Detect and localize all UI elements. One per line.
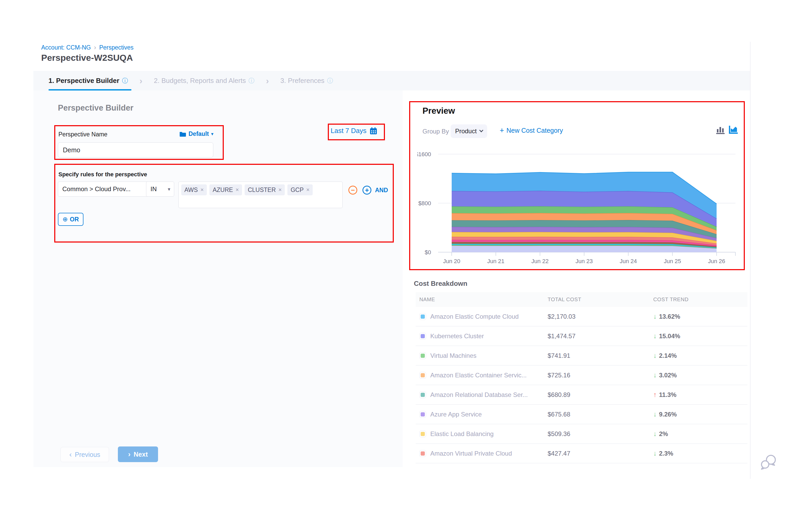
chevron-right-icon: ›: [266, 76, 269, 86]
svg-text:Jun 20: Jun 20: [443, 258, 460, 264]
tab-budgets-reports-alerts[interactable]: 2. Budgets, Reports and Alerts ⓘ: [154, 77, 254, 85]
close-icon[interactable]: ×: [279, 187, 282, 193]
perspective-name-input[interactable]: Demo: [58, 142, 213, 157]
remove-rule-button[interactable]: −: [348, 186, 357, 194]
area-chart-toggle-icon[interactable]: [728, 125, 739, 136]
table-row[interactable]: Elastic Load Balancing $509.36 ↓2%: [416, 424, 747, 444]
help-chat-icon[interactable]: [759, 453, 779, 472]
table-row[interactable]: Azure App Service $675.68 ↓9.26%: [416, 405, 747, 424]
trend-arrow-icon: ↓: [653, 410, 657, 418]
rules-section-label: Specify rules for the perspective: [58, 171, 147, 178]
trend-arrow-icon: ↓: [653, 371, 657, 379]
value-chip: AZURE ×: [209, 184, 242, 195]
series-swatch: [419, 352, 426, 359]
svg-text:Jun 26: Jun 26: [708, 258, 725, 264]
table-header: NAME TOTAL COST COST TREND: [416, 292, 747, 307]
series-swatch: [419, 392, 426, 398]
caret-down-icon: ▾: [211, 131, 213, 136]
series-swatch: [419, 431, 426, 437]
rule-operator-dropdown[interactable]: IN ▾: [146, 182, 174, 197]
plus-circle-icon: ⊕: [62, 216, 68, 223]
content-card-border: [750, 42, 750, 479]
breadcrumb-separator-icon: ›: [94, 44, 96, 51]
table-row[interactable]: Amazon Elastic Container Servic... $725.…: [416, 366, 747, 385]
close-icon[interactable]: ×: [306, 187, 309, 193]
info-icon: ⓘ: [327, 77, 333, 85]
chevron-right-icon: ›: [139, 76, 142, 86]
plus-icon: +: [500, 126, 504, 135]
table-row[interactable]: Amazon Virtual Private Cloud $427.47 ↓2.…: [416, 444, 747, 463]
cost-breakdown-heading: Cost Breakdown: [414, 280, 467, 288]
date-range-picker[interactable]: Last 7 Days: [331, 127, 377, 135]
trend-arrow-icon: ↓: [653, 449, 657, 457]
cost-preview-chart: $0$800$1600Jun 20Jun 21Jun 22Jun 23Jun 2…: [417, 146, 748, 269]
table-row[interactable]: Virtual Machines $741.91 ↓2.14%: [416, 346, 747, 366]
chevron-right-icon: ›: [128, 450, 130, 458]
trend-arrow-icon: ↑: [653, 391, 657, 399]
series-swatch: [419, 372, 426, 379]
and-label: AND: [375, 187, 388, 194]
new-cost-category-button[interactable]: + New Cost Category: [500, 126, 563, 135]
svg-text:$1600: $1600: [417, 151, 431, 157]
calendar-icon: [369, 127, 377, 135]
svg-text:Jun 25: Jun 25: [664, 258, 681, 264]
add-or-rule-button[interactable]: ⊕ OR: [58, 213, 83, 226]
trend-arrow-icon: ↓: [653, 332, 657, 340]
svg-text:Jun 23: Jun 23: [575, 258, 593, 264]
chevron-left-icon: ‹: [69, 450, 72, 459]
series-swatch: [419, 313, 426, 320]
value-chip: GCP ×: [287, 184, 313, 195]
tab-perspective-builder[interactable]: 1. Perspective Builder ⓘ: [49, 77, 128, 85]
svg-text:Jun 24: Jun 24: [620, 258, 637, 264]
svg-text:Jun 21: Jun 21: [487, 258, 505, 264]
preview-heading: Preview: [422, 106, 455, 116]
table-row[interactable]: Kubernetes Cluster $1,474.57 ↓15.04%: [416, 326, 747, 346]
column-name: NAME: [419, 297, 435, 303]
close-icon[interactable]: ×: [201, 187, 204, 193]
previous-button[interactable]: ‹ Previous: [60, 447, 109, 462]
rule-field-dropdown[interactable]: Common > Cloud Prov... ▾: [58, 182, 155, 197]
column-total-cost: TOTAL COST: [548, 297, 581, 303]
series-swatch: [419, 333, 426, 340]
table-row[interactable]: Amazon Relational Database Ser... $680.8…: [416, 385, 747, 405]
wizard-tabbar: 1. Perspective Builder ⓘ › 2. Budgets, R…: [33, 71, 750, 91]
add-rule-button[interactable]: +: [362, 186, 372, 194]
cost-breakdown-table: Amazon Elastic Compute Cloud $2,170.03 ↓…: [416, 307, 747, 463]
value-chip: AWS ×: [181, 184, 207, 195]
folder-label: Default: [189, 130, 209, 137]
trend-arrow-icon: ↓: [653, 312, 657, 321]
bar-chart-toggle-icon[interactable]: [716, 126, 726, 136]
close-icon[interactable]: ×: [235, 187, 239, 193]
table-row[interactable]: Amazon Elastic Compute Cloud $2,170.03 ↓…: [416, 307, 747, 326]
chevron-down-icon: [479, 128, 483, 132]
breadcrumb-account-link[interactable]: Account: CCM-NG: [41, 44, 91, 51]
page-title: Perspective-W2SUQA: [41, 53, 133, 63]
group-by-dropdown[interactable]: Product: [451, 125, 487, 138]
column-cost-trend: COST TREND: [653, 297, 688, 303]
perspective-name-label: Perspective Name: [58, 131, 108, 138]
caret-down-icon: ▾: [168, 186, 170, 192]
info-icon: ⓘ: [122, 77, 128, 85]
builder-heading: Perspective Builder: [58, 103, 133, 113]
svg-text:Jun 22: Jun 22: [531, 258, 549, 264]
rule-values-multiselect[interactable]: AWS × AZURE × CLUSTER × GCP ×: [178, 182, 343, 208]
trend-arrow-icon: ↓: [653, 430, 657, 438]
svg-text:$800: $800: [418, 200, 431, 207]
value-chip: CLUSTER ×: [245, 184, 285, 195]
svg-text:$0: $0: [425, 249, 431, 255]
breadcrumb: Account: CCM-NG › Perspectives: [41, 44, 134, 51]
tab-preferences[interactable]: 3. Preferences ⓘ: [280, 77, 333, 85]
next-button[interactable]: › Next: [118, 446, 158, 462]
folder-icon: [179, 131, 186, 137]
series-swatch: [419, 450, 426, 457]
folder-selector[interactable]: Default ▾: [179, 130, 213, 137]
series-swatch: [419, 411, 426, 418]
info-icon: ⓘ: [249, 77, 254, 85]
group-by-label: Group By: [422, 128, 449, 135]
breadcrumb-perspectives-link[interactable]: Perspectives: [99, 44, 134, 51]
trend-arrow-icon: ↓: [653, 352, 657, 360]
